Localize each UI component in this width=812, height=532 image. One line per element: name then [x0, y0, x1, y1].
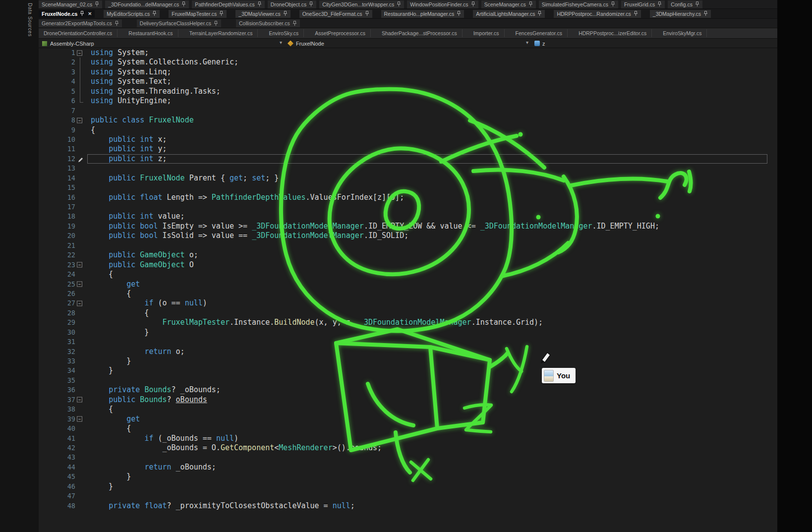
code-line-18[interactable]: 18 public int value; [39, 212, 777, 221]
tab-artificiallightsmanager-cs[interactable]: ArtificialLightsManager.cs [473, 10, 545, 18]
code-line-37[interactable]: 37− public Bounds? oBounds [39, 395, 777, 405]
tab-enviroskymgr-cs[interactable]: EnviroSkyMgr.cs [658, 29, 707, 37]
tab-restaurantho-plemanager-cs[interactable]: RestaurantHo...pleManager.cs [381, 10, 464, 18]
code-line-46[interactable]: 46 } [39, 482, 777, 491]
tab-pathfinderdepthvalues-cs[interactable]: PathfinderDepthValues.cs [192, 0, 265, 8]
breadcrumb-class[interactable]: FruxelNode [288, 39, 324, 48]
code-line-35[interactable]: 35 [39, 376, 777, 385]
code-line-10[interactable]: 10 public int x; [39, 135, 777, 144]
tab-onesec3d-fileformat-cs[interactable]: OneSec3D_FileFormat.cs [299, 10, 372, 18]
code-line-7[interactable]: 7 [39, 106, 777, 116]
tab-collisionsubscriber-cs[interactable]: CollisionSubscriber.cs [236, 19, 300, 27]
chevron-down-icon[interactable]: ▾ [280, 40, 282, 45]
code-line-29[interactable]: 29 FruxelMapTester.Instance.BuildNode(x,… [39, 318, 777, 327]
breadcrumb-project[interactable]: Assembly-CSharp [42, 39, 94, 48]
code-line-32[interactable]: 32 return o; [39, 347, 777, 356]
tab-generator2exportmaptools-cs[interactable]: Generator2ExportMapTools.cs [39, 19, 122, 27]
code-line-13[interactable]: 13 [39, 164, 777, 173]
pin-icon[interactable] [695, 1, 699, 7]
tab-deliverysurfaceclasshelper-cs[interactable]: DeliverySurfaceClassHelper.cs [137, 19, 221, 27]
pin-icon[interactable] [365, 11, 369, 16]
fold-column[interactable]: − [75, 414, 85, 424]
tab-simulatedfisheyecamera-cs[interactable]: SimulatedFisheyeCamera.cs [539, 0, 618, 8]
tab-hdrppostproc-randomizer-cs[interactable]: HDRPPostproc...Randomizer.cs [554, 10, 640, 18]
pin-icon[interactable] [283, 11, 288, 16]
tab-fencesgenerator-cs[interactable]: FencesGenerator.cs [511, 29, 568, 37]
fold-collapse-icon[interactable]: − [77, 397, 82, 403]
tab-fruxelgrid-cs[interactable]: FruxelGrid.cs [621, 0, 665, 8]
pin-icon[interactable] [611, 1, 615, 7]
tab-myeditorscripts-cs[interactable]: MyEditorScripts.cs [104, 10, 160, 18]
pin-icon[interactable] [703, 11, 708, 16]
code-line-19[interactable]: 19 public bool IsEmpty => value >= _3DFo… [39, 222, 777, 231]
fold-collapse-icon[interactable]: − [77, 301, 82, 306]
code-line-45[interactable]: 45 } [39, 472, 777, 481]
tab-windowpositionfinder-cs[interactable]: WindowPositionFinder.cs [407, 0, 478, 8]
fold-column[interactable]: − [75, 116, 85, 125]
tab-terrainlayerrandomizer-cs[interactable]: TerrainLayerRandomizer.cs [184, 29, 258, 37]
fold-collapse-icon[interactable]: − [77, 282, 82, 287]
data-sources-tab[interactable]: Data Sources [27, 3, 33, 37]
tab-3dmapviewer-cs[interactable]: _3DMapViewer.cs [235, 10, 290, 18]
code-line-27[interactable]: 27− if (o == null) [39, 298, 777, 308]
code-line-2[interactable]: 2using System.Collections.Generic; [39, 58, 777, 67]
tab-shaderpackage-stprocessor-cs[interactable]: ShaderPackage...stProcessor.cs [377, 29, 463, 37]
pin-icon[interactable] [80, 11, 84, 16]
fold-collapse-icon[interactable]: − [77, 118, 82, 123]
tab-droneorientationcontroller-cs[interactable]: DroneOrientationController.cs [39, 29, 117, 37]
code-line-47[interactable]: 47 [39, 491, 777, 501]
code-line-40[interactable]: 40 { [39, 424, 777, 433]
pin-icon[interactable] [219, 11, 224, 16]
code-line-11[interactable]: 11 public int y; [39, 144, 777, 154]
code-line-20[interactable]: 20 public bool IsSolid => value == _3DFo… [39, 231, 777, 240]
code-line-12[interactable]: 12 public int z; [39, 154, 777, 164]
tab-hdrppostproc-izereditor-cs[interactable]: HDRPPostproc...izerEditor.cs [574, 29, 652, 37]
code-line-9[interactable]: 9{ [39, 125, 777, 135]
pin-icon[interactable] [95, 1, 99, 7]
code-line-6[interactable]: 6using UnityEngine; [39, 96, 777, 106]
tab-envirosky-cs[interactable]: EnviroSky.cs [264, 29, 304, 37]
tab-restauranthook-cs[interactable]: RestaurantHook.cs [123, 29, 178, 37]
code-line-5[interactable]: 5using System.Threading.Tasks; [39, 87, 777, 96]
code-line-17[interactable]: 17 [39, 202, 777, 212]
code-line-48[interactable]: 48 private float? _proximityToClosestObs… [39, 501, 777, 511]
tab-assetpreprocessor-cs[interactable]: AssetPreprocessor.cs [310, 29, 371, 37]
code-line-42[interactable]: 42 _oBounds = O.GetComponent<MeshRendere… [39, 443, 777, 453]
tab-importer-cs[interactable]: Importer.cs [468, 29, 505, 37]
code-line-16[interactable]: 16 public float Length => PathfinderDept… [39, 193, 777, 202]
code-editor[interactable]: 1−using System;2using System.Collections… [39, 48, 777, 532]
code-line-41[interactable]: 41 if (_oBounds == null) [39, 434, 777, 443]
tab-3dmaphierarchy-cs[interactable]: _3DMapHierarchy.cs [650, 10, 711, 18]
code-line-25[interactable]: 25− get [39, 280, 777, 289]
pin-icon[interactable] [152, 11, 157, 16]
fold-collapse-icon[interactable]: − [77, 262, 82, 268]
pin-icon[interactable] [292, 21, 297, 26]
fold-column[interactable]: − [75, 260, 85, 270]
code-line-44[interactable]: 44 return _oBounds; [39, 463, 777, 472]
pin-icon[interactable] [115, 21, 119, 26]
tab-citygen3dgen-torwrapper-cs[interactable]: CityGen3DGen...torWrapper.cs [319, 0, 404, 8]
pin-icon[interactable] [457, 11, 461, 16]
code-line-4[interactable]: 4using System.Text; [39, 77, 777, 86]
tab-fruxelmaptester-cs[interactable]: FruxelMapTester.cs [169, 10, 227, 18]
fold-collapse-icon[interactable]: − [77, 416, 82, 422]
code-line-39[interactable]: 39− get [39, 414, 777, 424]
tab-scenemanager-cs[interactable]: SceneManager.cs [481, 0, 536, 8]
code-line-21[interactable]: 21 [39, 241, 777, 250]
pin-icon[interactable] [257, 1, 262, 7]
code-line-26[interactable]: 26 { [39, 289, 777, 298]
pin-icon[interactable] [214, 21, 218, 26]
pin-icon[interactable] [634, 11, 638, 16]
fold-column[interactable]: − [75, 48, 85, 58]
pin-icon[interactable] [537, 11, 542, 16]
close-icon[interactable]: ✕ [87, 11, 92, 16]
fold-column[interactable]: − [75, 280, 85, 289]
pin-icon[interactable] [471, 1, 475, 7]
tab-config-cs[interactable]: Config.cs [668, 0, 702, 8]
breadcrumb-member[interactable]: z [534, 39, 545, 48]
pin-icon[interactable] [181, 1, 186, 7]
code-line-43[interactable]: 43 [39, 453, 777, 462]
code-line-3[interactable]: 3using System.Linq; [39, 67, 777, 77]
code-line-31[interactable]: 31 [39, 337, 777, 347]
code-line-22[interactable]: 22 public GameObject o; [39, 250, 777, 260]
